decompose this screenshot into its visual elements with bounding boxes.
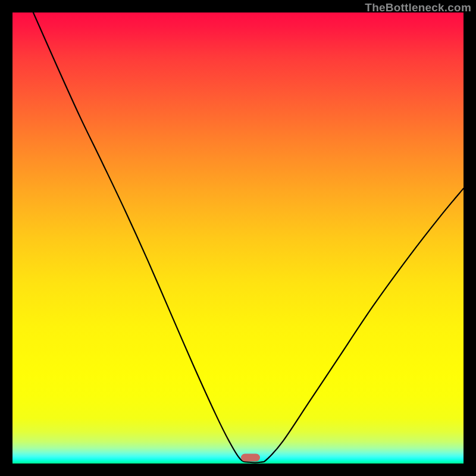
curve-path	[33, 12, 464, 462]
optimal-marker	[241, 454, 260, 462]
chart-frame: TheBottleneck.com	[0, 0, 476, 476]
bottleneck-curve	[12, 12, 464, 464]
plot-area	[12, 12, 464, 464]
watermark-text: TheBottleneck.com	[365, 1, 471, 14]
